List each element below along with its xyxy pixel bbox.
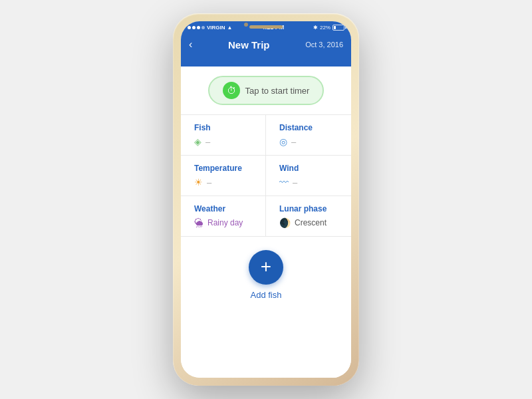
battery-pct: 22% xyxy=(320,25,331,31)
stat-weather-value: 🌦 Rainy day xyxy=(194,217,252,228)
temperature-dash: – xyxy=(207,178,211,188)
wave-svg xyxy=(189,57,343,67)
weather-text: Rainy day xyxy=(207,218,243,227)
signal-dot-2 xyxy=(192,26,196,29)
stat-lunar-value: 🌒 Crescent xyxy=(279,217,338,228)
stat-fish-label: Fish xyxy=(194,123,252,132)
add-fish-section: + Add fish xyxy=(181,237,351,313)
clock-icon: ⏱ xyxy=(227,85,236,96)
status-right: ✱ 22% xyxy=(313,25,344,31)
stat-wind-value: 〰 – xyxy=(279,177,338,188)
timer-icon-circle: ⏱ xyxy=(223,82,240,99)
signal-dots xyxy=(188,26,205,29)
distance-dash: – xyxy=(291,137,296,147)
timer-section: ⏱ Tap to start timer xyxy=(181,66,351,114)
header-top: ‹ New Trip Oct 3, 2016 xyxy=(189,39,343,56)
trip-date: Oct 3, 2016 xyxy=(305,41,343,49)
signal-dot-3 xyxy=(197,26,200,29)
stat-wind: Wind 〰 – xyxy=(266,156,351,196)
wifi-icon: ▲ xyxy=(227,25,233,31)
stat-weather: Weather 🌦 Rainy day xyxy=(181,196,266,237)
plus-icon: + xyxy=(261,257,271,276)
status-left: VIRGIN ▲ xyxy=(188,25,232,31)
header: ‹ New Trip Oct 3, 2016 xyxy=(181,33,351,66)
phone-camera xyxy=(244,23,248,27)
stat-wind-label: Wind xyxy=(279,164,338,173)
weather-icon: 🌦 xyxy=(194,217,203,228)
stat-temperature-value: ☀ – xyxy=(194,177,252,188)
stat-temperature: Temperature ☀ – xyxy=(181,156,266,196)
stat-fish-value: ◈ – xyxy=(194,136,252,147)
stat-distance: Distance ◎ – xyxy=(266,115,351,156)
stat-fish: Fish ◈ – xyxy=(181,115,266,156)
battery-fill xyxy=(334,26,336,29)
add-fish-button[interactable]: + xyxy=(249,250,283,285)
wave-decoration xyxy=(189,56,343,66)
stat-lunar: Lunar phase 🌒 Crescent xyxy=(266,196,351,237)
wind-icon: 〰 xyxy=(279,177,289,188)
add-fish-label: Add fish xyxy=(251,290,282,300)
back-button[interactable]: ‹ xyxy=(189,39,192,51)
phone-speaker xyxy=(249,25,283,29)
stat-temperature-label: Temperature xyxy=(194,164,252,173)
distance-icon: ◎ xyxy=(279,136,287,147)
fish-icon: ◈ xyxy=(194,136,201,147)
stat-distance-value: ◎ – xyxy=(279,136,338,147)
temperature-icon: ☀ xyxy=(194,177,203,188)
stat-weather-label: Weather xyxy=(194,204,252,213)
fish-dash: – xyxy=(205,137,210,147)
wind-dash: – xyxy=(293,178,297,188)
timer-label: Tap to start timer xyxy=(245,86,310,96)
content-area: ⏱ Tap to start timer Fish ◈ – Dista xyxy=(181,66,351,378)
stat-distance-label: Distance xyxy=(279,123,338,132)
lunar-icon: 🌒 xyxy=(279,217,291,228)
timer-button[interactable]: ⏱ Tap to start timer xyxy=(208,76,325,105)
lunar-text: Crescent xyxy=(295,218,327,227)
stat-lunar-label: Lunar phase xyxy=(279,204,338,213)
carrier-label: VIRGIN xyxy=(207,25,225,31)
battery-icon xyxy=(332,25,344,31)
phone-frame: VIRGIN ▲ 4:21 PM ✱ 22% ‹ New Trip Oct 3,… xyxy=(173,13,359,386)
bluetooth-icon: ✱ xyxy=(313,25,318,31)
page-title: New Trip xyxy=(228,39,270,51)
signal-dot-4 xyxy=(201,26,205,29)
stats-grid: Fish ◈ – Distance ◎ – Temperatur xyxy=(181,114,351,237)
phone-screen: VIRGIN ▲ 4:21 PM ✱ 22% ‹ New Trip Oct 3,… xyxy=(181,21,351,378)
signal-dot-1 xyxy=(188,26,191,29)
